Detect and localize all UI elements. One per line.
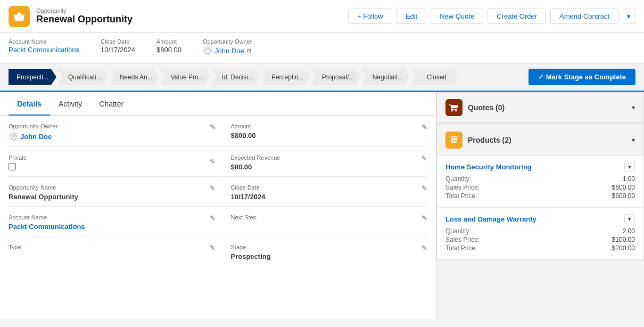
account-name-link[interactable]: Packt Communications (9, 46, 79, 54)
detail-field-9: StageProspecting✎ (218, 236, 428, 266)
product-item-1: Loss and Damage Warranty▾Quantity:2.00Sa… (437, 208, 643, 260)
detail-value-9: Prospecting (231, 252, 419, 260)
edit-icon[interactable]: ✎ (422, 154, 427, 162)
title-block: Opportunity Renewal Opportunity (36, 7, 133, 25)
quotes-chevron-icon: ▾ (632, 104, 635, 111)
products-chevron-icon: ▾ (632, 136, 635, 144)
stage-step-2[interactable]: Needs An... (109, 69, 159, 85)
products-title: Products (2) (468, 136, 632, 144)
detail-field-5: Close Date10/17/2024✎ (218, 177, 428, 207)
tabs: DetailsActivityChatter (0, 92, 436, 116)
tab-chatter[interactable]: Chatter (90, 92, 132, 116)
product-row: Total Price:$200.00 (445, 244, 635, 252)
product-chevron-icon-0[interactable]: ▾ (624, 162, 635, 172)
stage-step-6[interactable]: Proposal/... (311, 69, 361, 85)
app-icon (9, 6, 30, 27)
stage-bar: Prospecti...Qualificati...Needs An...Val… (0, 63, 644, 92)
product-row-value: 2.00 (623, 227, 635, 235)
detail-label: Next Step (231, 214, 419, 220)
product-row-value: $100.00 (612, 236, 635, 243)
detail-field-3: Expected Revenue$80.00✎ (218, 147, 428, 177)
detail-label: Close Date (231, 184, 419, 191)
new-quote-button[interactable]: New Quote (431, 9, 483, 24)
quotes-section: Quotes (0) ▾ (436, 92, 644, 124)
meta-owner: Opportunity Owner 🕐 John Doe ⚙ (203, 38, 252, 55)
header-actions: + Follow Edit New Quote Create Order Ame… (348, 9, 635, 24)
meta-close-date: Close Date 10/17/2024 (101, 38, 135, 55)
detail-field-2: Private✎ (9, 147, 218, 177)
private-checkbox[interactable] (9, 163, 16, 170)
edit-icon[interactable]: ✎ (210, 244, 216, 252)
product-row-label: Sales Price: (445, 236, 480, 243)
meta-bar: Account Name Packt Communications Close … (0, 33, 644, 63)
edit-icon[interactable]: ✎ (210, 214, 216, 222)
edit-icon[interactable]: ✎ (422, 244, 427, 252)
product-row: Sales Price:$600.00 (445, 184, 635, 191)
header-left: Opportunity Renewal Opportunity (9, 6, 348, 27)
detail-owner-avatar: 🕐 (9, 132, 18, 141)
product-row-label: Total Price: (445, 192, 477, 200)
product-row-label: Sales Price: (445, 184, 480, 191)
edit-icon[interactable]: ✎ (210, 123, 216, 131)
product-name-1[interactable]: Loss and Damage Warranty (445, 215, 536, 223)
product-chevron-icon-1[interactable]: ▾ (624, 214, 635, 224)
detail-label: Private (9, 154, 205, 161)
product-row-label: Quantity: (445, 175, 471, 183)
edit-button[interactable]: Edit (397, 9, 426, 24)
left-panel: DetailsActivityChatter Opportunity Owner… (0, 92, 436, 319)
detail-field-7: Next Step✎ (218, 207, 428, 236)
private-checkbox-area (9, 163, 205, 170)
stage-step-1[interactable]: Qualificati... (57, 69, 108, 85)
more-actions-button[interactable]: ▾ (623, 9, 635, 24)
product-name-0[interactable]: Home Security Monitoring (445, 163, 532, 171)
create-order-button[interactable]: Create Order (488, 9, 546, 24)
detail-value-4: Renewal Opportunity (9, 193, 205, 201)
edit-icon[interactable]: ✎ (210, 158, 216, 166)
stage-step-7[interactable]: Negotiati... (361, 69, 409, 85)
stage-steps: Prospecti...Qualificati...Needs An...Val… (9, 69, 522, 85)
tab-details[interactable]: Details (9, 92, 50, 116)
product-item-0: Home Security Monitoring▾Quantity:1.00Sa… (437, 156, 643, 208)
detail-label: Amount (231, 123, 419, 129)
stage-step-3[interactable]: Value Pro... (160, 69, 210, 85)
detail-value-link-0[interactable]: John Doe (20, 133, 52, 141)
product-row: Total Price:$600.00 (445, 192, 635, 200)
edit-icon[interactable]: ✎ (422, 214, 427, 222)
edit-icon[interactable]: ✎ (210, 184, 216, 192)
detail-value-1: $800.00 (231, 132, 419, 140)
stage-step-0[interactable]: Prospecti... (9, 69, 56, 85)
product-row: Sales Price:$100.00 (445, 236, 635, 243)
meta-amount: Amount $800.00 (156, 38, 181, 55)
detail-field-0: Opportunity Owner🕐John Doe✎ (9, 116, 218, 147)
detail-label: Type (9, 244, 205, 250)
detail-field-8: Type✎ (9, 236, 218, 266)
product-row-value: $600.00 (612, 184, 635, 191)
stage-step-5[interactable]: Perceptio... (261, 69, 310, 85)
detail-field-4: Opportunity NameRenewal Opportunity✎ (9, 177, 218, 207)
products-section: Products (2) ▾ Home Security Monitoring▾… (436, 125, 644, 260)
quotes-title: Quotes (0) (468, 103, 632, 112)
stage-step-4[interactable]: Id. Decisi... (211, 69, 260, 85)
owner-row: 🕐 John Doe ⚙ (203, 46, 252, 55)
detail-value-5: 10/17/2024 (231, 193, 419, 201)
follow-button[interactable]: + Follow (348, 9, 392, 24)
detail-label: Opportunity Name (9, 184, 205, 191)
amend-contract-button[interactable]: Amend Contract (550, 9, 618, 24)
owner-link[interactable]: John Doe (214, 47, 244, 55)
quotes-header[interactable]: Quotes (0) ▾ (437, 93, 643, 123)
product-row-value: $200.00 (612, 244, 635, 252)
edit-icon[interactable]: ✎ (422, 123, 427, 131)
quotes-icon (445, 99, 463, 116)
product-row-label: Quantity: (445, 227, 471, 235)
detail-value-3: $80.00 (231, 163, 419, 171)
detail-field-6: Account NamePackt Communications✎ (9, 207, 218, 236)
tab-activity[interactable]: Activity (50, 92, 90, 116)
products-header[interactable]: Products (2) ▾ (437, 125, 643, 156)
edit-icon[interactable]: ✎ (422, 184, 427, 192)
stage-step-8[interactable]: Closed (410, 69, 458, 85)
detail-label: Stage (231, 244, 419, 250)
product-row: Quantity:1.00 (445, 175, 635, 183)
mark-stage-complete-button[interactable]: ✓ Mark Stage as Complete (529, 69, 635, 85)
detail-value-link-6[interactable]: Packt Communications (9, 223, 85, 231)
product-row-label: Total Price: (445, 244, 477, 252)
